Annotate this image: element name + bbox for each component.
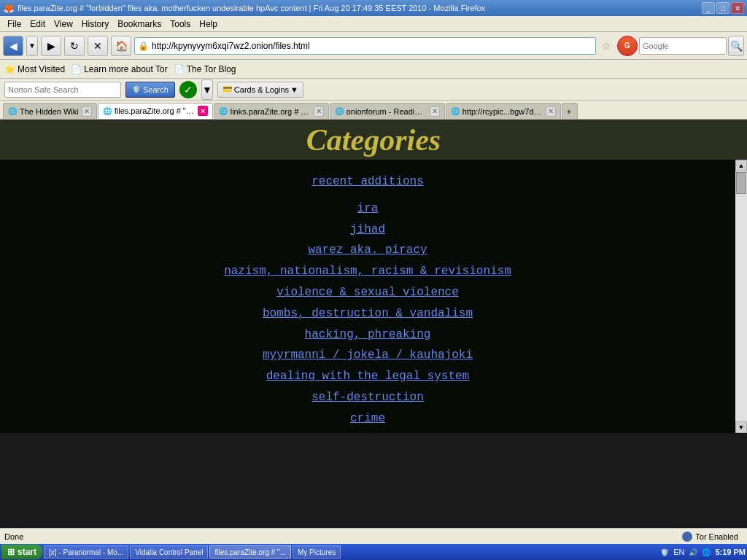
menu-tools[interactable]: Tools xyxy=(166,18,195,31)
tab-close-hidden-wiki[interactable]: ✕ xyxy=(82,106,92,117)
cards-dropdown-icon: ▼ xyxy=(290,85,298,94)
bookmarks-bar: ⭐ Most Visited 📄 Learn more about Tor 📄 … xyxy=(0,60,747,79)
tab-close-parazite[interactable]: ✕ xyxy=(198,106,208,116)
menu-view[interactable]: View xyxy=(50,18,77,31)
tab-hidden-wiki[interactable]: 🌐 The Hidden Wiki ✕ xyxy=(3,103,97,119)
norton-icon: 🛡️ xyxy=(132,85,141,93)
search-input[interactable] xyxy=(643,42,708,50)
tor-blog-icon: 📄 xyxy=(174,64,185,74)
norton-search-button[interactable]: 🛡️ Search xyxy=(125,82,175,98)
address-bar[interactable]: 🔒 http://kpynyvym6xqi7wz2.onion/files.ht… xyxy=(134,37,596,55)
bookmark-tor-blog[interactable]: 📄 The Tor Blog xyxy=(174,64,236,74)
search-engine-icon[interactable]: G xyxy=(617,36,638,56)
restore-button[interactable]: □ xyxy=(716,2,729,14)
tab-close-rcypic[interactable]: ✕ xyxy=(546,106,556,117)
start-button[interactable]: ⊞ start xyxy=(1,545,42,559)
menu-edit[interactable]: Edit xyxy=(26,18,50,31)
minimize-button[interactable]: _ xyxy=(702,2,715,14)
volume-icon: 🔊 xyxy=(689,548,697,556)
link-legal[interactable]: dealing with the legal system xyxy=(0,366,735,387)
windows-icon: ⊞ xyxy=(7,547,15,557)
norton-bar: 🛡️ Search ✓ ▼ 💳 Cards & Logins ▼ xyxy=(0,79,747,101)
tab-label-onionforum: onionforum - Reading Topic... xyxy=(347,107,427,116)
back-icon: ◀ xyxy=(9,40,18,52)
link-recent[interactable]: recent additions xyxy=(0,171,735,192)
bookmark-most-visited[interactable]: ⭐ Most Visited xyxy=(4,64,65,74)
home-icon: 🏠 xyxy=(115,40,128,52)
tab-onionforum[interactable]: 🌐 onionforum - Reading Topic... ✕ xyxy=(330,103,445,119)
cards-logins-button[interactable]: 💳 Cards & Logins ▼ xyxy=(217,82,303,98)
new-tab-button[interactable]: + xyxy=(562,103,578,119)
norton-search-input[interactable] xyxy=(8,85,96,94)
link-hacking[interactable]: hacking, phreaking xyxy=(0,324,735,346)
learn-tor-label: Learn more about Tor xyxy=(84,64,168,74)
close-button[interactable]: ✕ xyxy=(731,2,744,14)
scrollbar[interactable]: ▲ ▼ xyxy=(735,160,747,433)
reload-icon: ↻ xyxy=(70,40,79,52)
link-warez[interactable]: warez aka. piracy xyxy=(0,240,735,261)
norton-search[interactable] xyxy=(4,82,121,98)
taskbar-vidalia-label: Vidalia Control Panel xyxy=(135,548,203,556)
link-jihad[interactable]: jihad xyxy=(0,219,735,241)
home-button[interactable]: 🏠 xyxy=(111,36,131,56)
link-ira[interactable]: ira xyxy=(0,198,735,219)
tab-icon-links: 🌐 xyxy=(219,107,228,115)
tab-icon-parazite: 🌐 xyxy=(103,107,112,115)
reload-button[interactable]: ↻ xyxy=(64,36,85,56)
check-dropdown-button[interactable]: ▼ xyxy=(201,79,213,100)
menu-help[interactable]: Help xyxy=(195,18,222,31)
taskbar-parazite[interactable]: files.paraZite.org # "... xyxy=(209,545,290,559)
taskbar-vidalia[interactable]: Vidalia Control Panel xyxy=(130,545,208,559)
link-bombs[interactable]: bombs, destruction & vandalism xyxy=(0,303,735,324)
scroll-thumb[interactable] xyxy=(736,172,746,194)
stop-button[interactable]: ✕ xyxy=(88,36,108,56)
tor-enabled-label: Tor Enabled xyxy=(695,532,738,541)
taskbar-pictures-label: My Pictures xyxy=(298,548,336,556)
link-lockpicking[interactable]: lock picking xyxy=(0,429,735,433)
menubar: File Edit View History Bookmarks Tools H… xyxy=(0,16,747,32)
tab-close-links[interactable]: ✕ xyxy=(314,106,324,117)
back-button[interactable]: ◀ xyxy=(3,36,23,56)
firefox-icon: 🦊 xyxy=(3,3,15,14)
tor-icon xyxy=(682,532,692,542)
menu-file[interactable]: File xyxy=(3,18,26,31)
forward-button[interactable]: ▶ xyxy=(41,36,61,56)
link-crime[interactable]: crime xyxy=(0,408,735,429)
statusbar: Done Tor Enabled xyxy=(0,528,747,544)
link-violence[interactable]: violence & sexual violence xyxy=(0,282,735,303)
navbar: ◀ ▼ ▶ ↻ ✕ 🏠 🔒 http://kpynyvym6xqi7wz2.on… xyxy=(0,32,747,60)
bookmark-star-button[interactable]: ☆ xyxy=(599,40,614,52)
taskbar-pictures[interactable]: My Pictures xyxy=(293,545,341,559)
link-self-destruction[interactable]: self-destruction xyxy=(0,387,735,408)
dropdown-button[interactable]: ▼ xyxy=(26,36,38,56)
start-label: start xyxy=(18,547,36,557)
categories-header: Categories xyxy=(0,120,747,160)
search-engine-label: G xyxy=(624,42,630,50)
norton-taskbar-icon: 🛡️ xyxy=(660,548,669,556)
learn-tor-icon: 📄 xyxy=(71,64,82,74)
taskbar-paranormal[interactable]: [x] - Paranormal - Mo... xyxy=(44,545,128,559)
tab-links[interactable]: 🌐 links.paraZite.org # underg... ✕ xyxy=(214,103,329,119)
taskbar: ⊞ start [x] - Paranormal - Mo... Vidalia… xyxy=(0,544,747,560)
tab-label-rcypic: http://rcypic...bgw7dq.onion/ xyxy=(462,107,543,116)
scroll-down-button[interactable]: ▼ xyxy=(735,421,747,433)
tab-parazite[interactable]: 🌐 files.paraZite.org # "fo... ✕ xyxy=(98,103,213,119)
cards-icon: 💳 xyxy=(222,85,233,94)
forward-icon: ▶ xyxy=(47,40,55,52)
bookmark-learn-tor[interactable]: 📄 Learn more about Tor xyxy=(71,64,168,74)
menu-bookmarks[interactable]: Bookmarks xyxy=(113,18,166,31)
scroll-track[interactable] xyxy=(735,171,747,421)
menu-history[interactable]: History xyxy=(77,18,113,31)
window-title: files.paraZite.org # "forbidden" files a… xyxy=(18,4,702,12)
scroll-up-button[interactable]: ▲ xyxy=(735,160,747,171)
security-check-icon[interactable]: ✓ xyxy=(179,81,197,98)
link-myyrmanni[interactable]: myyrmanni / jokela / kauhajoki xyxy=(0,345,735,366)
search-button[interactable]: 🔍 xyxy=(728,36,744,56)
tor-enabled-indicator: Tor Enabled xyxy=(682,532,738,542)
link-nazism[interactable]: nazism, nationalism, racism & revisionis… xyxy=(0,261,735,282)
most-visited-icon: ⭐ xyxy=(4,64,15,74)
tab-close-onionforum[interactable]: ✕ xyxy=(430,106,440,117)
search-bar[interactable] xyxy=(639,37,727,55)
tab-rcypic[interactable]: 🌐 http://rcypic...bgw7dq.onion/ ✕ xyxy=(446,103,561,119)
lock-icon: 🔒 xyxy=(138,41,149,51)
